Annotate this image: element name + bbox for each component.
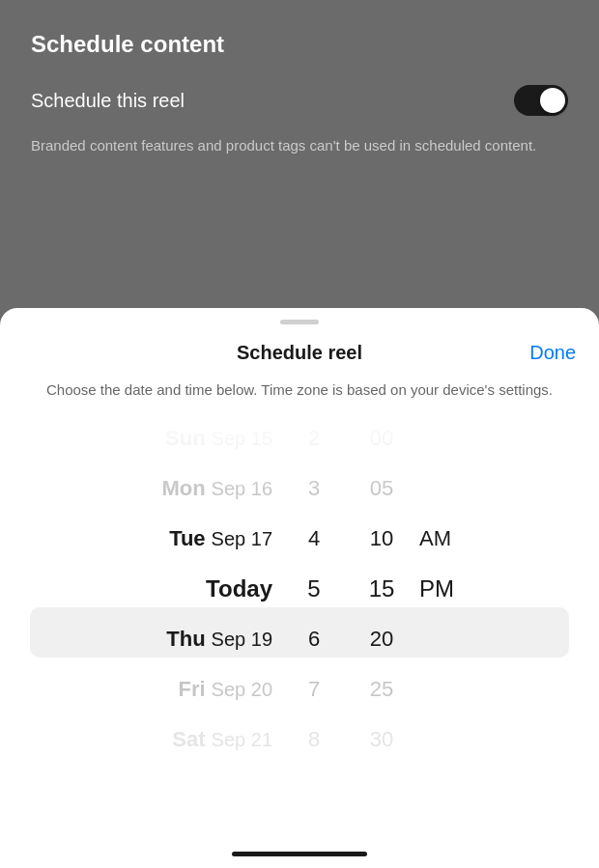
sheet-title: Schedule reel [237,342,362,364]
picker-fade-bottom [0,774,599,852]
branded-note: Branded content features and product tag… [31,135,568,157]
day-name-fri: Fri [178,677,205,702]
day-date-mon: Sep 16 [212,478,272,500]
day-name-tue: Tue [169,526,205,551]
picker-cell-minute-fri: 25 [348,677,415,702]
schedule-row: Schedule this reel [31,85,568,116]
day-date-tue: Sep 17 [212,528,272,550]
picker-cell-ampm-today: PM [415,575,483,602]
picker-cell-hour-today: 5 [280,575,348,602]
picker-row-thu[interactable]: ThuSep 19620 [0,614,599,664]
day-name-sat: Sat [172,727,205,752]
picker-rows[interactable]: SunSep 15200MonSep 16305TueSep 17410AMTo… [0,413,599,765]
day-name-today: Today [206,575,272,602]
picker-cell-ampm-tue: AM [415,526,483,551]
schedule-toggle[interactable] [514,85,568,116]
toggle-thumb [540,88,565,113]
toggle-label: Schedule this reel [31,90,185,112]
picker-cell-minute-thu: 20 [348,627,415,652]
picker-cell-hour-fri: 7 [280,677,348,702]
done-button[interactable]: Done [529,342,576,364]
picker-cell-day-sun: SunSep 15 [116,426,280,451]
picker-row-today[interactable]: Today515PM [0,564,599,614]
picker-cell-day-thu: ThuSep 19 [116,627,280,652]
page-title: Schedule content [31,31,568,58]
day-date-thu: Sep 19 [212,629,272,651]
picker-row-sun[interactable]: SunSep 15200 [0,413,599,463]
picker-cell-day-fri: FriSep 20 [116,677,280,702]
picker-cell-hour-sat: 8 [280,727,348,752]
picker-cell-hour-mon: 3 [280,476,348,501]
day-date-fri: Sep 20 [212,679,272,701]
day-name-sun: Sun [165,426,206,451]
picker-cell-day-mon: MonSep 16 [116,476,280,501]
picker-container: SunSep 15200MonSep 16305TueSep 17410AMTo… [0,413,599,853]
picker-row-mon[interactable]: MonSep 16305 [0,463,599,514]
sheet-header: Schedule reel Done [0,324,599,372]
picker-cell-hour-thu: 6 [280,627,348,652]
picker-cell-minute-tue: 10 [348,526,415,551]
picker-cell-minute-mon: 05 [348,476,415,501]
picker-cell-minute-sat: 30 [348,727,415,752]
bottom-sheet: Schedule reel Done Choose the date and t… [0,308,599,868]
picker-cell-minute-sun: 00 [348,426,415,451]
day-date-sat: Sep 21 [212,729,272,751]
day-name-mon: Mon [161,476,205,501]
day-name-thu: Thu [166,627,205,652]
sheet-subtitle: Choose the date and time below. Time zon… [8,372,591,413]
home-indicator [232,852,367,856]
picker-cell-day-sat: SatSep 21 [116,727,280,752]
picker-row-tue[interactable]: TueSep 17410AM [0,514,599,564]
picker-cell-minute-today: 15 [348,575,415,602]
day-date-sun: Sep 15 [212,428,272,450]
picker-cell-hour-tue: 4 [280,526,348,551]
picker-row-fri[interactable]: FriSep 20725 [0,664,599,714]
picker-row-sat[interactable]: SatSep 21830 [0,714,599,765]
picker-cell-day-today: Today [116,575,280,602]
picker-cell-day-tue: TueSep 17 [116,526,280,551]
picker-cell-hour-sun: 2 [280,426,348,451]
